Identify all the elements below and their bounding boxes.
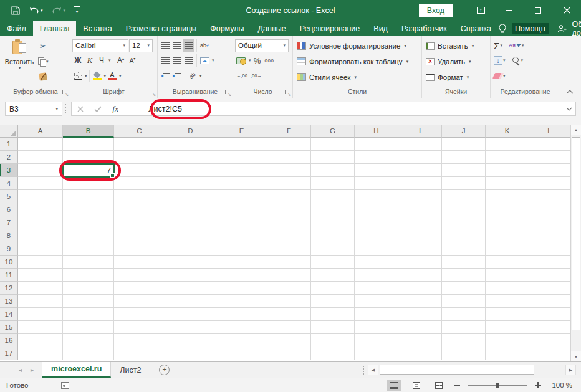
cell-C9[interactable]: [114, 242, 165, 256]
sheet-nav-next-icon[interactable]: ▸: [31, 366, 34, 373]
cell-J5[interactable]: [442, 190, 486, 203]
dropdown-icon[interactable]: ▾: [354, 75, 357, 80]
cell-A4[interactable]: [18, 177, 63, 190]
decrease-font-button[interactable]: А▾: [127, 54, 138, 67]
format-painter-button[interactable]: [37, 70, 50, 83]
dropdown-icon[interactable]: ▾: [472, 44, 474, 49]
cell-J7[interactable]: [442, 216, 486, 229]
cell-D16[interactable]: [165, 334, 216, 347]
cell-I2[interactable]: [398, 151, 442, 164]
cell-E17[interactable]: [216, 347, 267, 360]
cell-D14[interactable]: [165, 308, 216, 321]
clipboard-dialog-launcher-icon[interactable]: [62, 90, 69, 96]
cell-C16[interactable]: [114, 334, 165, 347]
formula-input[interactable]: =Лист2!C5: [124, 105, 182, 113]
tab-Разработчик[interactable]: Разработчик: [395, 21, 454, 36]
align-top-button[interactable]: [160, 39, 171, 52]
borders-dropdown-icon[interactable]: ▾: [85, 74, 87, 79]
column-header-J[interactable]: J: [442, 125, 486, 138]
cell-F17[interactable]: [267, 347, 311, 360]
cell-C17[interactable]: [114, 347, 165, 360]
cell-I9[interactable]: [398, 242, 442, 256]
cell-C3[interactable]: [114, 164, 165, 177]
cell-A11[interactable]: [18, 269, 63, 282]
cell-B11[interactable]: [63, 269, 114, 282]
formula-bar-grip[interactable]: [65, 104, 66, 113]
cell-J15[interactable]: [442, 321, 486, 334]
row-header-16[interactable]: 16: [0, 334, 18, 347]
cell-G6[interactable]: [311, 203, 355, 216]
cell-L4[interactable]: [529, 177, 570, 190]
cells-button-1[interactable]: Вставить▾: [424, 38, 476, 54]
cells-button-2[interactable]: ×Удалить▾: [424, 54, 473, 69]
cell-D5[interactable]: [165, 190, 216, 203]
cell-J3[interactable]: [442, 164, 486, 177]
cell-E15[interactable]: [216, 321, 267, 334]
row-header-9[interactable]: 9: [0, 242, 18, 256]
comma-style-button[interactable]: 000: [264, 54, 276, 67]
styles-button-1[interactable]: Условное форматирование▾: [295, 38, 408, 54]
italic-button[interactable]: К: [84, 54, 95, 67]
cell-F13[interactable]: [267, 295, 311, 308]
cell-F8[interactable]: [267, 229, 311, 242]
signin-button[interactable]: Вход: [419, 4, 453, 17]
cell-G2[interactable]: [311, 151, 355, 164]
cell-E8[interactable]: [216, 229, 267, 242]
cell-J4[interactable]: [442, 177, 486, 190]
cell-C1[interactable]: [114, 138, 165, 151]
cell-D2[interactable]: [165, 151, 216, 164]
cell-L6[interactable]: [529, 203, 570, 216]
cell-D3[interactable]: [165, 164, 216, 177]
maximize-button[interactable]: [524, 0, 552, 21]
cell-I5[interactable]: [398, 190, 442, 203]
cell-E3[interactable]: [216, 164, 267, 177]
cell-H8[interactable]: [355, 229, 398, 242]
tab-file[interactable]: Файл: [0, 21, 33, 36]
cell-A12[interactable]: [18, 282, 63, 295]
cell-G11[interactable]: [311, 269, 355, 282]
cell-L9[interactable]: [529, 242, 570, 256]
new-sheet-button[interactable]: +: [159, 365, 170, 375]
cell-H5[interactable]: [355, 190, 398, 203]
sheet-tab-Лист2[interactable]: Лист2: [111, 362, 150, 378]
cell-A6[interactable]: [18, 203, 63, 216]
cell-C8[interactable]: [114, 229, 165, 242]
cell-K13[interactable]: [486, 295, 529, 308]
cell-E5[interactable]: [216, 190, 267, 203]
row-header-2[interactable]: 2: [0, 151, 18, 164]
cell-H16[interactable]: [355, 334, 398, 347]
cell-K15[interactable]: [486, 321, 529, 334]
cell-F11[interactable]: [267, 269, 311, 282]
sheet-tab-microexcel.ru[interactable]: microexcel.ru: [42, 362, 111, 378]
cell-J11[interactable]: [442, 269, 486, 282]
tab-Разметка страницы[interactable]: Разметка страницы: [119, 21, 203, 36]
tab-Формулы[interactable]: Формулы: [203, 21, 251, 36]
cell-G10[interactable]: [311, 256, 355, 269]
cell-G9[interactable]: [311, 242, 355, 256]
cell-I10[interactable]: [398, 256, 442, 269]
copy-button[interactable]: ▾: [37, 55, 50, 68]
cell-B14[interactable]: [63, 308, 114, 321]
cell-B10[interactable]: [63, 256, 114, 269]
increase-indent-button[interactable]: ▸: [171, 69, 183, 82]
cell-C14[interactable]: [114, 308, 165, 321]
cell-F6[interactable]: [267, 203, 311, 216]
horizontal-scrollbar[interactable]: ◀ ▶: [364, 362, 581, 378]
cell-E7[interactable]: [216, 216, 267, 229]
scroll-up-icon[interactable]: ▲: [571, 125, 581, 135]
cell-I17[interactable]: [398, 347, 442, 360]
dropdown-icon[interactable]: ▾: [467, 75, 469, 80]
cell-E13[interactable]: [216, 295, 267, 308]
cell-B5[interactable]: [63, 190, 114, 203]
decrease-decimal-button[interactable]: ,00→: [249, 69, 263, 82]
cell-L17[interactable]: [529, 347, 570, 360]
orientation-button[interactable]: ab: [187, 69, 198, 82]
cell-F1[interactable]: [267, 138, 311, 151]
fill-color-button[interactable]: [92, 69, 103, 82]
cell-L16[interactable]: [529, 334, 570, 347]
scroll-left-icon[interactable]: ◀: [368, 365, 378, 375]
undo-button[interactable]: ▾: [29, 6, 43, 14]
cell-G16[interactable]: [311, 334, 355, 347]
cell-E4[interactable]: [216, 177, 267, 190]
select-all-corner[interactable]: [0, 125, 18, 138]
